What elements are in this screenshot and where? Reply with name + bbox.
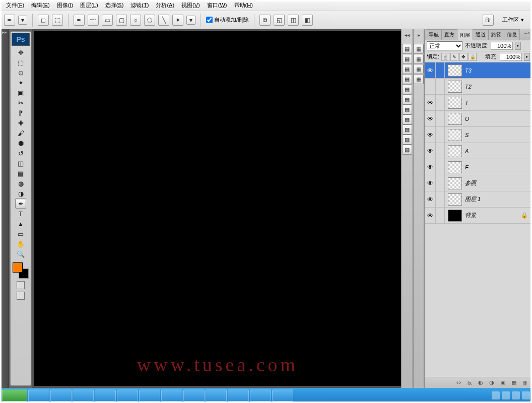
- layer-row[interactable]: 👁图层 1: [425, 191, 532, 208]
- panel-tab-1[interactable]: 直方: [441, 29, 457, 40]
- link-col[interactable]: [436, 79, 445, 94]
- polygon-shape-icon[interactable]: ⬠: [144, 15, 155, 26]
- blend-mode-select[interactable]: 正常: [427, 41, 463, 50]
- visibility-toggle-icon[interactable]: 👁: [425, 143, 436, 159]
- visibility-toggle-icon[interactable]: 👁: [425, 111, 436, 126]
- taskbar-item[interactable]: [228, 389, 249, 401]
- quickmask-icon[interactable]: [17, 281, 25, 289]
- menu-w[interactable]: 窗口(W): [204, 1, 230, 10]
- taskbar-item[interactable]: [183, 389, 205, 401]
- nav-panel-icon[interactable]: ▦: [402, 44, 412, 54]
- link-col[interactable]: [436, 111, 445, 126]
- pen-tool[interactable]: ✒: [15, 198, 26, 209]
- trash-icon[interactable]: 🗑: [521, 379, 529, 387]
- layer-row[interactable]: 👁S: [425, 127, 532, 143]
- adj-panel-icon[interactable]: ▦: [402, 74, 412, 84]
- visibility-toggle-icon[interactable]: 👁: [425, 208, 436, 223]
- rect-shape-icon[interactable]: ▭: [102, 15, 113, 26]
- taskbar-item[interactable]: [95, 389, 116, 401]
- exclude-icon[interactable]: ◧: [302, 15, 313, 26]
- layer-row[interactable]: 👁A: [425, 143, 532, 159]
- link-col[interactable]: [436, 191, 445, 207]
- gradient-tool[interactable]: ▤: [15, 168, 26, 178]
- panel-tab-2[interactable]: 图层: [457, 30, 473, 40]
- lock-pixels-icon[interactable]: ✎: [450, 53, 458, 61]
- history-panel-icon[interactable]: ▦: [414, 54, 424, 64]
- layer-thumbnail[interactable]: [448, 145, 462, 157]
- panel-tab-0[interactable]: 导航: [426, 29, 442, 40]
- mask-icon[interactable]: ◐: [477, 379, 485, 387]
- taskbar-item[interactable]: [139, 389, 160, 401]
- rrect-shape-icon[interactable]: ▢: [116, 15, 127, 26]
- layer-thumbnail[interactable]: [448, 210, 462, 222]
- eyedropper-tool[interactable]: ⁋: [15, 108, 26, 118]
- lock-all-icon[interactable]: 🔒: [469, 53, 477, 61]
- layer-row[interactable]: 👁T: [425, 95, 532, 111]
- selection-mode-icon[interactable]: ◻: [38, 15, 49, 26]
- menu-i[interactable]: 图像(I): [54, 1, 76, 10]
- visibility-toggle-icon[interactable]: 👁: [425, 191, 436, 207]
- new-icon[interactable]: ▦: [510, 379, 518, 387]
- fx-icon[interactable]: fx: [466, 379, 474, 387]
- ellipse-shape-icon[interactable]: ○: [130, 15, 141, 26]
- expand-strip-icon[interactable]: ◂◂: [404, 31, 411, 39]
- taskbar-item[interactable]: [161, 389, 182, 401]
- path-mode-icon[interactable]: ⬚: [52, 15, 63, 26]
- menu-a[interactable]: 分析(A): [153, 1, 177, 10]
- link-col[interactable]: [436, 159, 445, 175]
- menu-s[interactable]: 选择(S): [102, 1, 127, 10]
- taskbar-item[interactable]: [272, 389, 293, 401]
- menu-v[interactable]: 视图(V): [178, 1, 203, 10]
- taskbar-item[interactable]: [206, 389, 227, 401]
- wand-tool[interactable]: ✦: [15, 78, 26, 88]
- crop-tool[interactable]: ▣: [15, 88, 26, 98]
- panel-tab-3[interactable]: 通道: [473, 29, 489, 40]
- taskbar-item[interactable]: [28, 389, 49, 401]
- move-tool[interactable]: ✥: [15, 47, 26, 57]
- adjust-icon[interactable]: ◑: [488, 379, 496, 387]
- blur-tool[interactable]: ◍: [15, 178, 26, 188]
- document-canvas[interactable]: tuse tuse www.tusea.com: [34, 31, 401, 386]
- shape-options-arrow[interactable]: ▾: [186, 16, 195, 25]
- history-brush-tool[interactable]: ↺: [15, 148, 26, 158]
- intersect-icon[interactable]: ◫: [288, 15, 299, 26]
- hand-tool[interactable]: ✋: [15, 239, 26, 249]
- menu-f[interactable]: 文件(F): [3, 1, 27, 10]
- start-button[interactable]: [2, 389, 27, 401]
- auto-add-delete-checkbox[interactable]: 自动添加/删除: [206, 16, 249, 24]
- layer-thumbnail[interactable]: [448, 129, 462, 141]
- slice-tool[interactable]: ✂: [15, 98, 26, 108]
- windows-taskbar[interactable]: [0, 388, 532, 403]
- layer-thumbnail[interactable]: [448, 81, 462, 93]
- fill-flyout-icon[interactable]: ▸: [524, 53, 530, 61]
- visibility-toggle-icon[interactable]: 👁: [425, 127, 436, 143]
- layer-thumbnail[interactable]: [448, 64, 462, 77]
- group-icon[interactable]: ▣: [499, 379, 507, 387]
- link-col[interactable]: [436, 143, 445, 159]
- lock-position-icon[interactable]: ✥: [459, 53, 468, 61]
- layer-row[interactable]: 👁T3: [425, 62, 532, 79]
- layer-row[interactable]: 👁背景🔒: [425, 208, 532, 224]
- brush-panel-icon[interactable]: ▦: [402, 114, 412, 124]
- link-col[interactable]: [436, 127, 445, 143]
- pen-icon[interactable]: ✒: [74, 15, 85, 26]
- layer-row[interactable]: 👁U: [425, 111, 532, 127]
- menu-t[interactable]: 滤镜(T): [127, 1, 152, 10]
- color-panel-icon[interactable]: ▦: [402, 54, 412, 64]
- taskbar-item[interactable]: [117, 389, 138, 401]
- clone-panel-icon[interactable]: ▦: [402, 124, 412, 135]
- menu-l[interactable]: 图层(L): [77, 1, 101, 10]
- workspace-label[interactable]: 工作区: [502, 16, 519, 24]
- healing-tool[interactable]: ✚: [15, 118, 26, 128]
- layers-panel-icon[interactable]: ▦: [402, 135, 412, 145]
- visibility-toggle-icon[interactable]: [425, 79, 436, 94]
- fill-input[interactable]: [500, 53, 522, 61]
- bridge-icon[interactable]: Br: [483, 15, 494, 26]
- visibility-toggle-icon[interactable]: 👁: [425, 175, 436, 191]
- panel-menu-icon[interactable]: –×: [524, 30, 530, 36]
- zoom-tool[interactable]: 🔍: [15, 249, 26, 259]
- panel-tab-5[interactable]: 信息: [504, 29, 520, 40]
- type-tool[interactable]: T: [15, 209, 26, 219]
- link-col[interactable]: [436, 62, 445, 78]
- dodge-tool[interactable]: ◑: [15, 188, 26, 198]
